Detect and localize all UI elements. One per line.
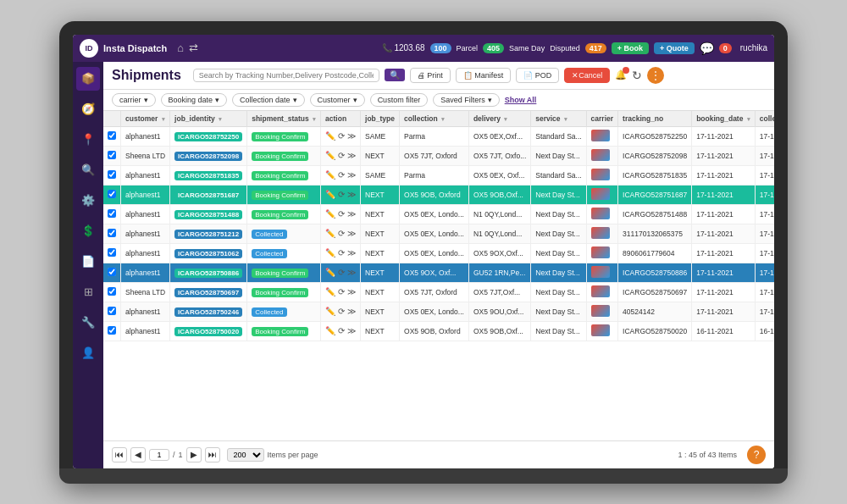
- edit-icon[interactable]: ✏️: [325, 326, 335, 335]
- table-row[interactable]: alphanest1 ICARGO528751488 Booking Confi…: [103, 204, 774, 224]
- comment-icon[interactable]: 💬: [700, 42, 714, 55]
- row-check[interactable]: [103, 126, 121, 146]
- table-container[interactable]: customer ▾ job_identity ▾ shipment_statu…: [103, 111, 774, 440]
- more-icon[interactable]: ≫: [347, 229, 356, 238]
- edit-icon[interactable]: ✏️: [325, 190, 335, 199]
- table-row[interactable]: alphanest1 ICARGO528751062 Collected ✏️ …: [103, 243, 774, 263]
- row-check[interactable]: [103, 243, 121, 263]
- row-check[interactable]: [103, 302, 121, 321]
- sidebar-item-location[interactable]: 📍: [76, 128, 100, 152]
- row-action[interactable]: ✏️ ⟳ ≫: [321, 185, 361, 204]
- refresh-icon[interactable]: ↻: [632, 69, 642, 82]
- pod-button[interactable]: 📄 POD: [516, 68, 559, 83]
- sidebar-item-nav[interactable]: 🧭: [76, 97, 100, 121]
- page-input[interactable]: [149, 449, 169, 461]
- copy-icon[interactable]: ⟳: [338, 170, 345, 180]
- row-action[interactable]: ✏️ ⟳ ≫: [321, 126, 361, 146]
- more-icon[interactable]: ≫: [347, 307, 356, 316]
- edit-icon[interactable]: ✏️: [325, 151, 335, 160]
- more-icon[interactable]: ≫: [347, 131, 356, 141]
- row-check[interactable]: [103, 321, 121, 341]
- copy-icon[interactable]: ⟳: [338, 287, 345, 296]
- copy-icon[interactable]: ⟳: [338, 209, 345, 219]
- th-service[interactable]: service ▾: [531, 111, 586, 127]
- th-job-type[interactable]: job_type: [361, 111, 400, 127]
- sidebar-item-settings[interactable]: ⚙️: [76, 189, 100, 213]
- more-options-icon[interactable]: ⋮: [647, 67, 664, 84]
- sidebar-item-grid[interactable]: ⊞: [76, 280, 100, 304]
- table-row[interactable]: Sheena LTD ICARGO528752098 Booking Confi…: [103, 146, 774, 165]
- row-action[interactable]: ✏️ ⟳ ≫: [321, 165, 361, 185]
- sidebar-item-search[interactable]: 🔍: [76, 158, 100, 182]
- sidebar-item-cog[interactable]: 🔧: [76, 311, 100, 335]
- th-collection-date[interactable]: collection_dt ▾: [755, 111, 774, 127]
- cancel-button[interactable]: ✕Cancel: [564, 68, 610, 83]
- home-icon[interactable]: ⌂: [177, 42, 184, 54]
- sidebar-item-dollar[interactable]: 💲: [76, 219, 100, 243]
- more-icon[interactable]: ≫: [347, 170, 356, 180]
- row-action[interactable]: ✏️ ⟳ ≫: [321, 263, 361, 282]
- quote-button[interactable]: + Quote: [654, 42, 695, 54]
- last-page-button[interactable]: ⏭: [205, 447, 220, 462]
- row-check[interactable]: [103, 204, 121, 224]
- row-action[interactable]: ✏️ ⟳ ≫: [321, 224, 361, 243]
- first-page-button[interactable]: ⏮: [112, 447, 127, 462]
- edit-icon[interactable]: ✏️: [325, 170, 335, 180]
- copy-icon[interactable]: ⟳: [338, 190, 345, 199]
- prev-page-button[interactable]: ◀: [130, 447, 146, 462]
- row-check[interactable]: [103, 224, 121, 243]
- more-icon[interactable]: ≫: [347, 326, 356, 335]
- table-row[interactable]: alphanest1 ICARGO528751687 Booking Confi…: [103, 185, 774, 204]
- row-check[interactable]: [103, 185, 121, 204]
- row-check[interactable]: [103, 282, 121, 302]
- search-input[interactable]: [199, 71, 374, 80]
- th-customer[interactable]: customer ▾: [121, 111, 170, 127]
- row-action[interactable]: ✏️ ⟳ ≫: [321, 302, 361, 321]
- copy-icon[interactable]: ⟳: [338, 151, 345, 160]
- carrier-filter[interactable]: carrier ▾: [112, 93, 156, 107]
- th-delivery[interactable]: delivery ▾: [468, 111, 530, 127]
- th-booking-date[interactable]: booking_date ▾: [692, 111, 756, 127]
- sidebar-item-user[interactable]: 👤: [76, 341, 100, 365]
- edit-icon[interactable]: ✏️: [325, 248, 335, 258]
- row-check[interactable]: [103, 146, 121, 165]
- more-icon[interactable]: ≫: [347, 151, 356, 160]
- th-collection[interactable]: collection ▾: [400, 111, 469, 127]
- table-row[interactable]: Sheena LTD ICARGO528750697 Booking Confi…: [103, 282, 774, 302]
- row-action[interactable]: ✏️ ⟳ ≫: [321, 204, 361, 224]
- table-row[interactable]: alphanest1 ICARGO528750020 Booking Confi…: [103, 321, 774, 341]
- row-action[interactable]: ✏️ ⟳ ≫: [321, 321, 361, 341]
- more-icon[interactable]: ≫: [347, 268, 356, 277]
- copy-icon[interactable]: ⟳: [338, 268, 345, 277]
- more-icon[interactable]: ≫: [347, 209, 356, 219]
- copy-icon[interactable]: ⟳: [338, 307, 345, 316]
- notification-icon[interactable]: 🔔: [615, 69, 627, 80]
- book-button[interactable]: + Book: [612, 42, 649, 54]
- copy-icon[interactable]: ⟳: [338, 326, 345, 335]
- manifest-button[interactable]: 📋 Manifest: [456, 68, 512, 83]
- sidebar-item-docs[interactable]: 📄: [76, 250, 100, 274]
- th-action[interactable]: action: [321, 111, 361, 127]
- edit-icon[interactable]: ✏️: [325, 229, 335, 238]
- more-icon[interactable]: ≫: [347, 287, 356, 296]
- more-icon[interactable]: ≫: [347, 190, 356, 199]
- edit-icon[interactable]: ✏️: [325, 209, 335, 219]
- refresh-nav-icon[interactable]: ⇄: [189, 42, 198, 54]
- show-all-button[interactable]: Show All: [505, 96, 537, 104]
- print-button[interactable]: 🖨 Print: [410, 68, 451, 83]
- customer-filter[interactable]: Customer ▾: [310, 93, 365, 107]
- next-page-button[interactable]: ▶: [186, 447, 202, 462]
- row-check[interactable]: [103, 165, 121, 185]
- sidebar-item-shipments[interactable]: 📦: [76, 67, 100, 91]
- row-action[interactable]: ✏️ ⟳ ≫: [321, 282, 361, 302]
- more-icon[interactable]: ≫: [347, 248, 356, 258]
- table-row[interactable]: alphanest1 ICARGO528751212 Collected ✏️ …: [103, 224, 774, 243]
- copy-icon[interactable]: ⟳: [338, 131, 345, 141]
- edit-icon[interactable]: ✏️: [325, 131, 335, 141]
- search-button[interactable]: 🔍: [385, 69, 405, 81]
- edit-icon[interactable]: ✏️: [325, 307, 335, 316]
- row-check[interactable]: [103, 263, 121, 282]
- th-job-identity[interactable]: job_identity ▾: [170, 111, 247, 127]
- table-row[interactable]: alphanest1 ICARGO528752250 Booking Confi…: [103, 126, 774, 146]
- th-shipment-status[interactable]: shipment_status ▾: [247, 111, 321, 127]
